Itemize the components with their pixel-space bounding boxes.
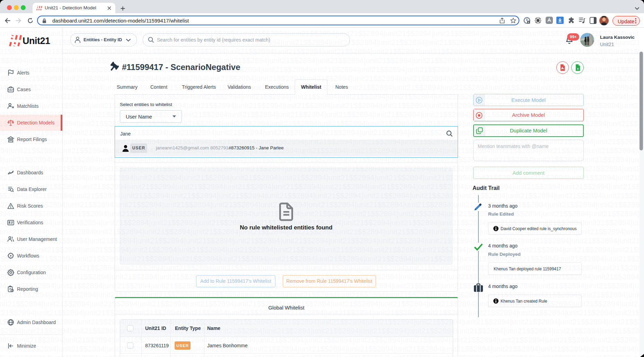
svg-text:x: x	[577, 67, 579, 70]
